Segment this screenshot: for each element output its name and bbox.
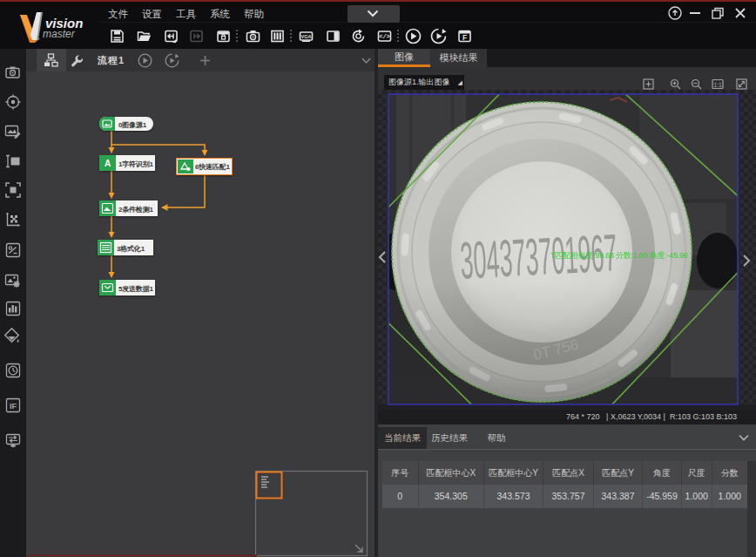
svg-text:1:1: 1:1 (713, 82, 722, 88)
svg-text:F: F (462, 33, 467, 42)
svg-text:</>: </> (379, 33, 390, 40)
svg-text:master: master (43, 28, 76, 40)
svg-text:A: A (105, 159, 111, 168)
svg-text:T匹配相似度:99.68 分数:1.00 角度:-45.96: T匹配相似度:99.68 分数:1.00 角度:-45.96 (550, 251, 688, 260)
svg-text:VGA: VGA (301, 34, 312, 39)
svg-text:IF: IF (10, 402, 17, 411)
